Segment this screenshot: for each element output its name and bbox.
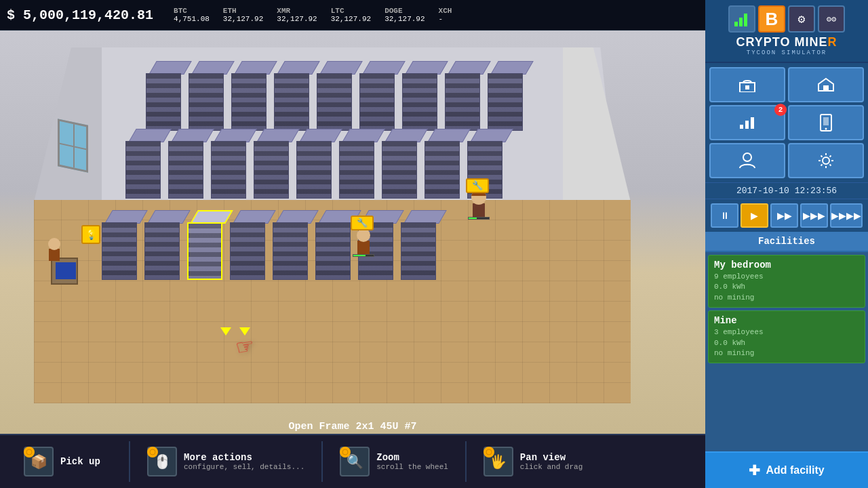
more-actions-key-indicator [147,447,158,458]
facilities-header: Facilities [705,232,868,252]
svg-rect-5 [739,18,743,26]
speed1-button[interactable]: ▶▶ [770,203,798,228]
char-progress-fill [469,218,477,219]
play-button[interactable]: ▶ [741,203,768,228]
desk-character [44,234,64,261]
rack-row-front [102,210,441,280]
bottom-bar: 📦 Pick up 🖱️ More actions configure, sel… [0,434,705,488]
speed2-button[interactable]: ▶▶▶ [800,203,828,228]
nav-stats-button[interactable]: 2 [709,105,785,140]
crypto-info: BTC 4,751.08 ETH 32,127.92 XMR 32,127.92… [174,7,452,23]
add-facility-plus-icon: ✚ [749,462,760,479]
svg-rect-6 [744,14,747,26]
rack-slots [317,74,351,130]
rack-front [187,222,222,280]
eth-name: ETH [223,7,237,15]
xch-name: XCH [439,7,452,15]
datetime-display: 2017-10-10 12:23:56 [705,182,868,199]
game-area[interactable]: 💡 [0,30,705,434]
worker-character-center: 🔧 [353,220,374,254]
more-actions-icon-box[interactable]: 🖱️ [147,447,177,476]
nav-employee-button[interactable] [709,143,785,178]
rack-front [382,141,417,199]
nav-facility-button[interactable] [788,67,864,102]
facility-item-mine[interactable]: Mine 3 employees 0.0 kWh no mining [708,310,865,363]
char-sprite: 🔧 [353,220,374,254]
selected-item-text: Open Frame 2x1 45U #7 [288,421,416,432]
divider-3 [465,441,467,482]
nav-mobile-button[interactable] [788,105,864,140]
bar-chart-logo-icon [728,5,755,33]
facility-employees-bedroom: 9 employees [714,272,859,282]
svg-point-14 [825,128,827,130]
rack-top [319,61,363,75]
server-rack [488,61,528,131]
nav-buttons-grid: 2 [705,63,868,182]
svg-rect-10 [740,125,743,129]
add-facility-button[interactable]: ✚ Add facility [705,451,868,488]
rack-front [254,141,289,199]
svg-rect-8 [745,85,749,89]
rack-slots [102,223,136,279]
rack-front [296,141,332,199]
facility-item-bedroom[interactable]: My bedroom 9 employees 0.0 kWh no mining [708,255,865,308]
server-rack [274,61,315,131]
rack-slots [316,223,350,279]
facility-mining-mine: no mining [714,348,859,359]
divider-2 [321,441,323,482]
server-rack [317,61,357,131]
computer-screen [56,262,76,279]
server-rack [231,61,272,131]
rack-top [275,210,319,224]
nav-shop-button[interactable] [709,67,785,102]
pickup-text: Pick up [60,456,100,467]
facility-employees-mine: 3 employees [714,327,859,338]
eth-value: 32,127.92 [223,15,263,23]
rack-top [342,129,385,142]
btc-value: 4,751.08 [174,15,210,23]
pan-action[interactable]: 🖐️ Pan view click and drag [473,443,593,480]
char-head [357,228,370,242]
rack-front [402,73,437,131]
rack-slots [425,142,459,198]
pickup-icon-box[interactable]: 📦 [24,447,54,476]
pan-icon-box[interactable]: 🖐️ [484,447,513,476]
right-panel: B ⚙️ ⚙⚙ Crypto MineR Tycoon Simulator 2 [705,0,868,488]
balance-display: $ 5,000,119,420.81 [7,7,153,23]
rack-front [445,73,480,131]
more-actions-action[interactable]: 🖱️ More actions configure, sell, details… [137,443,315,480]
nav-settings-button[interactable] [788,143,864,178]
rack-row-middle [125,129,508,199]
pause-button[interactable]: ⏸ [711,203,738,228]
rack-top [171,129,214,142]
rack-slots [297,142,331,198]
zoom-icon-box[interactable]: 🔍 [340,447,370,476]
pickup-title: Pick up [60,456,100,467]
zoom-action[interactable]: 🔍 Zoom scroll the wheel [330,443,458,480]
pickup-action[interactable]: 📦 Pick up [14,443,122,480]
logo-text: Crypto MineR Tycoon Simulator [736,35,837,56]
logo-title: Crypto MineR [736,35,837,49]
char-progress-bar [353,254,374,257]
server-rack [168,129,209,199]
rack-top [190,210,233,224]
speed3-button[interactable]: ▶▶▶▶ [830,203,863,228]
crypto-ltc: LTC 32,127.92 [331,7,371,23]
double-gear-logo-icon: ⚙⚙ [818,5,845,33]
server-rack-selected[interactable] [187,210,228,280]
server-rack [273,210,313,280]
rack-slots [212,142,245,198]
facility-mining-bedroom: no mining [714,293,859,303]
rack-top [427,129,471,142]
svg-point-1 [150,449,155,455]
xmr-value: 32,127.92 [277,15,317,23]
rack-slots [275,74,309,130]
rack-slots [488,74,522,130]
more-actions-desc: configure, sell, details... [184,463,304,471]
add-facility-label: Add facility [766,464,824,476]
svg-rect-4 [734,22,738,26]
server-rack [382,129,422,199]
server-rack [359,61,400,131]
selected-item-label: Open Frame 2x1 45U #7 [0,420,705,432]
computer-setup: 💡 [51,251,98,285]
